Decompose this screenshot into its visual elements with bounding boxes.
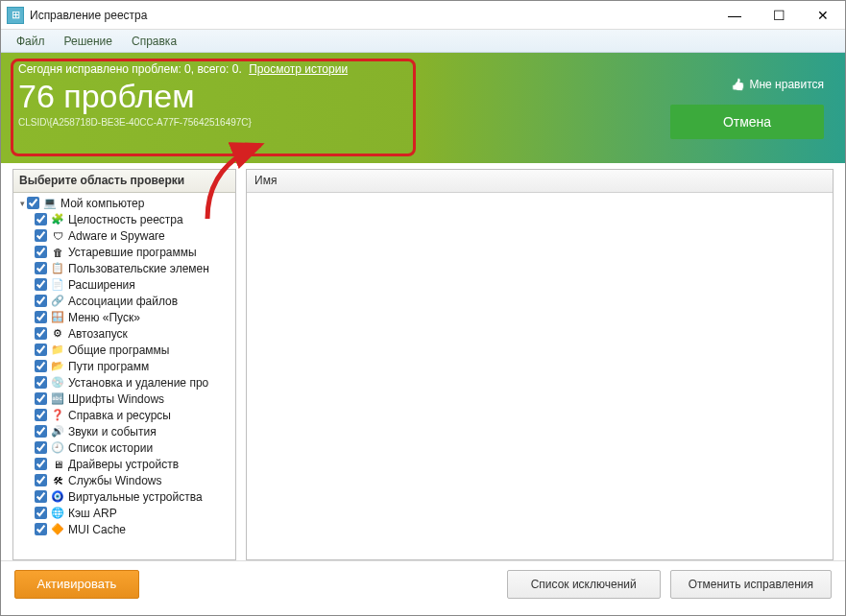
main-area: Выберите область проверки ▾💻Мой компьюте…: [1, 163, 845, 560]
window-controls: — ☐ ✕: [713, 1, 845, 30]
tree-checkbox[interactable]: [35, 213, 47, 225]
results-panel: Имя: [246, 169, 834, 560]
tree-item-12[interactable]: ❓Справка и ресурсы: [15, 407, 235, 423]
menu-help[interactable]: Справка: [122, 32, 186, 51]
tree-item-13[interactable]: 🔊Звуки и события: [15, 423, 235, 439]
tree-item-2[interactable]: 🗑Устаревшие программы: [15, 244, 235, 260]
scan-areas-panel: Выберите область проверки ▾💻Мой компьюте…: [12, 169, 236, 560]
tree-item-label: Устаревшие программы: [68, 246, 197, 259]
tree-checkbox[interactable]: [35, 490, 47, 503]
exclusions-button[interactable]: Список исключений: [507, 570, 661, 599]
titlebar: Исправление реестра — ☐ ✕: [1, 1, 845, 30]
tree-item-1[interactable]: 🛡Adware и Spyware: [15, 227, 235, 244]
minimize-button[interactable]: —: [713, 1, 757, 30]
window-title: Исправление реестра: [30, 9, 713, 22]
tree-item-label: Кэш ARP: [68, 507, 117, 520]
results-list: [247, 193, 833, 559]
history-link[interactable]: Просмотр истории: [249, 62, 348, 76]
tree-checkbox[interactable]: [35, 360, 47, 372]
tree-item-icon: 📂: [50, 360, 65, 373]
tree-item-icon: ❓: [50, 409, 65, 422]
tree-item-label: MUI Cache: [68, 523, 126, 536]
tree-checkbox[interactable]: [35, 507, 47, 519]
maximize-button[interactable]: ☐: [757, 1, 801, 30]
tree-item-icon: 🪟: [50, 311, 65, 324]
stats-line: Сегодня исправлено проблем: 0, всего: 0.…: [18, 62, 626, 76]
like-button[interactable]: Мне нравится: [731, 78, 824, 91]
tree-checkbox[interactable]: [35, 392, 47, 405]
tree-item-5[interactable]: 🔗Ассоциации файлов: [15, 293, 235, 309]
tree-item-icon: 💻: [42, 197, 58, 210]
tree-item-17[interactable]: 🧿Виртуальные устройства: [15, 488, 235, 505]
tree-checkbox[interactable]: [35, 409, 47, 421]
tree-item-label: Справка и ресурсы: [68, 409, 171, 422]
tree-item-8[interactable]: 📁Общие программы: [15, 342, 235, 358]
app-icon: [7, 7, 24, 24]
tree-item-7[interactable]: ⚙Автозапуск: [15, 325, 235, 342]
tree-item-icon: 🔊: [50, 425, 65, 438]
tree-item-11[interactable]: 🔤Шрифты Windows: [15, 391, 235, 407]
tree-checkbox[interactable]: [35, 246, 47, 258]
tree-checkbox[interactable]: [35, 229, 47, 242]
tree-checkbox[interactable]: [35, 311, 47, 323]
tree-checkbox[interactable]: [35, 278, 47, 291]
tree-item-label: Целостность реестра: [68, 213, 183, 226]
tree-checkbox[interactable]: [35, 262, 47, 274]
tree-item-label: Автозапуск: [68, 327, 128, 341]
tree-item-icon: 🛠: [50, 474, 65, 487]
menubar: Файл Решение Справка: [1, 30, 845, 53]
activate-button[interactable]: Активировать: [14, 570, 139, 599]
tree-item-label: Звуки и события: [68, 425, 157, 438]
tree-item-3[interactable]: 📋Пользовательские элемен: [15, 260, 235, 276]
tree-item-6[interactable]: 🪟Меню «Пуск»: [15, 309, 235, 325]
tree-item-icon: 🔶: [50, 523, 65, 536]
tree-item-label: Общие программы: [68, 344, 170, 357]
tree-item-icon: 🧿: [50, 490, 65, 504]
tree-checkbox[interactable]: [35, 425, 47, 438]
tree-item-18[interactable]: 🌐Кэш ARP: [15, 505, 235, 521]
tree-checkbox[interactable]: [27, 197, 39, 209]
tree-item-icon: 📁: [50, 344, 65, 357]
tree-item-14[interactable]: 🕘Список истории: [15, 439, 235, 456]
tree-checkbox[interactable]: [35, 458, 47, 470]
tree-item-label: Службы Windows: [68, 474, 161, 487]
tree-item-icon: ⚙: [50, 327, 65, 341]
tree-item-icon: 🕘: [50, 441, 65, 455]
tree-item-19[interactable]: 🔶MUI Cache: [15, 521, 235, 537]
problem-count: 76 проблем: [18, 78, 626, 115]
tree-item-label: Ассоциации файлов: [68, 295, 178, 308]
status-banner: Сегодня исправлено проблем: 0, всего: 0.…: [1, 53, 845, 163]
tree-checkbox[interactable]: [35, 523, 47, 535]
tree-item-label: Пользовательские элемен: [68, 262, 209, 275]
tree-item-15[interactable]: 🖥Драйверы устройств: [15, 456, 235, 472]
tree-item-16[interactable]: 🛠Службы Windows: [15, 472, 235, 488]
results-column-name: Имя: [247, 170, 833, 193]
tree-checkbox[interactable]: [35, 327, 47, 340]
tree-item-label: Шрифты Windows: [68, 392, 164, 406]
tree-item-icon: 🗑: [50, 246, 65, 259]
tree-item-icon: 📋: [50, 262, 65, 275]
tree-item-10[interactable]: 💿Установка и удаление про: [15, 374, 235, 391]
tree-checkbox[interactable]: [35, 295, 47, 307]
bottom-bar: Активировать Список исключений Отменить …: [1, 560, 845, 606]
tree-checkbox[interactable]: [35, 376, 47, 389]
scan-areas-tree[interactable]: ▾💻Мой компьютер🧩Целостность реестра🛡Adwa…: [13, 193, 235, 559]
cancel-button[interactable]: Отмена: [670, 105, 824, 139]
undo-fixes-button[interactable]: Отменить исправления: [670, 570, 832, 599]
tree-item-icon: 🌐: [50, 507, 65, 520]
tree-checkbox[interactable]: [35, 344, 47, 356]
menu-file[interactable]: Файл: [7, 32, 55, 51]
tree-item-9[interactable]: 📂Пути программ: [15, 358, 235, 374]
tree-item-icon: 🔗: [50, 295, 65, 308]
tree-item-label: Adware и Spyware: [68, 229, 165, 243]
close-button[interactable]: ✕: [801, 1, 845, 30]
menu-solution[interactable]: Решение: [55, 32, 122, 51]
tree-checkbox[interactable]: [35, 474, 47, 486]
tree-item-4[interactable]: 📄Расширения: [15, 276, 235, 293]
tree-item-label: Мой компьютер: [60, 197, 144, 210]
tree-item-icon: 🧩: [50, 213, 65, 226]
tree-item-label: Установка и удаление про: [68, 376, 208, 390]
tree-checkbox[interactable]: [35, 441, 47, 454]
tree-item-icon: 💿: [50, 376, 65, 390]
tree-item-icon: 🖥: [50, 458, 65, 471]
